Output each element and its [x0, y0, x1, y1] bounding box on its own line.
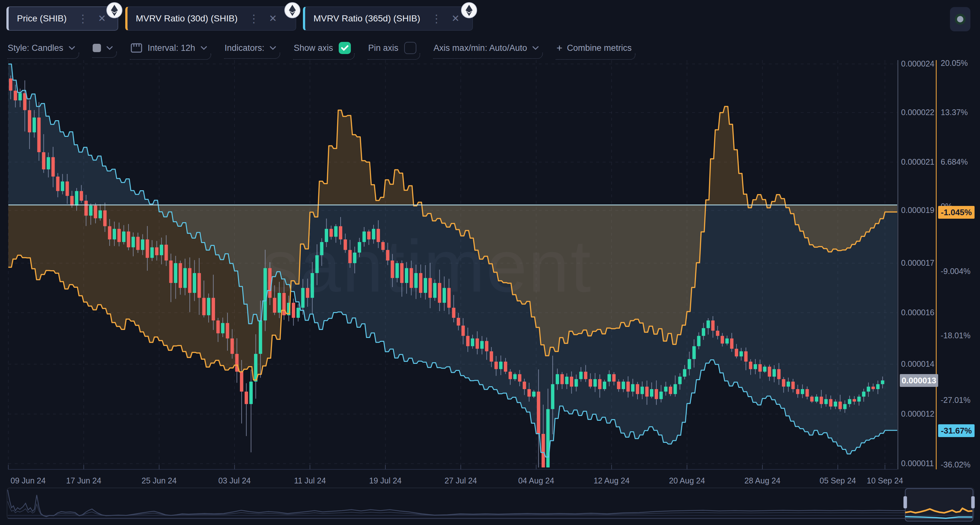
show-axis-label: Show axis — [294, 43, 333, 53]
chevron-down-icon — [532, 46, 539, 50]
style-dropdown[interactable]: Style: Candles — [8, 43, 75, 55]
app-status-button[interactable] — [950, 7, 970, 31]
mvrv-30d-value-badge: -1.045% — [938, 206, 975, 219]
minimap-range-selector[interactable] — [0, 487, 980, 525]
kebab-menu-icon[interactable]: ⋮ — [431, 13, 442, 24]
price-axis-labels: 0.0000240.0000220.0000210.0000190.000017… — [901, 59, 934, 468]
tab-price-shib[interactable]: Price (SHIB) ⋮ ✕ — [6, 6, 118, 31]
svg-text:0.000019: 0.000019 — [901, 206, 934, 215]
svg-text:09 Jun 24: 09 Jun 24 — [11, 476, 46, 485]
svg-text:-9.004%: -9.004% — [941, 266, 970, 276]
axis-maxmin-dropdown[interactable]: Axis max/min: Auto/Auto — [434, 43, 539, 55]
chevron-down-icon — [68, 46, 75, 50]
svg-text:11 Jul 24: 11 Jul 24 — [294, 476, 326, 485]
price-value-badge: 0.000013 — [900, 374, 938, 387]
tab-mvrv-365d-shib[interactable]: MVRV Ratio (365d) (SHIB) ⋮ ✕ — [303, 6, 473, 31]
svg-text:12 Aug 24: 12 Aug 24 — [594, 476, 630, 485]
svg-text:0.000024: 0.000024 — [901, 59, 934, 68]
close-icon[interactable]: ✕ — [98, 14, 106, 23]
svg-text:-31.67%: -31.67% — [941, 426, 972, 436]
svg-text:19 Jul 24: 19 Jul 24 — [369, 476, 402, 485]
pin-axis-checkbox[interactable] — [404, 42, 416, 54]
axis-maxmin-label: Axis max/min: Auto/Auto — [434, 43, 527, 53]
indicators-label: Indicators: — [224, 43, 264, 53]
ethereum-chain-icon — [106, 2, 123, 19]
svg-text:04 Aug 24: 04 Aug 24 — [518, 476, 554, 485]
minimap-handle-right[interactable] — [971, 496, 975, 508]
metric-tab-bar: Price (SHIB) ⋮ ✕ MVRV Ratio (30d) (SHIB)… — [0, 0, 980, 36]
style-label: Style: Candles — [8, 43, 63, 53]
tab-mvrv-30d-shib[interactable]: MVRV Ratio (30d) (SHIB) ⋮ ✕ — [125, 6, 296, 31]
svg-text:03 Jul 24: 03 Jul 24 — [218, 476, 251, 485]
minimap-handle-left[interactable] — [904, 496, 907, 508]
svg-text:0.000013: 0.000013 — [902, 376, 936, 385]
ethereum-chain-icon — [284, 2, 301, 19]
svg-text:25 Jun 24: 25 Jun 24 — [142, 476, 177, 485]
svg-text:0.000012: 0.000012 — [901, 409, 934, 418]
svg-text:0.000016: 0.000016 — [901, 308, 934, 317]
color-swatch-dropdown[interactable] — [93, 44, 113, 54]
svg-text:0.000021: 0.000021 — [901, 157, 934, 166]
svg-text:28 Aug 24: 28 Aug 24 — [745, 476, 781, 485]
svg-text:-18.01%: -18.01% — [941, 331, 970, 340]
combine-metrics-label: Combine metrics — [567, 43, 632, 53]
chart-toolbar: Style: Candles Interval: 12h Indicators:… — [8, 38, 649, 60]
indicators-dropdown[interactable]: Indicators: — [224, 43, 277, 55]
svg-text:13.37%: 13.37% — [941, 108, 968, 117]
show-axis-checkbox[interactable] — [339, 42, 351, 54]
svg-text:6.684%: 6.684% — [941, 157, 968, 166]
tab-label: MVRV Ratio (30d) (SHIB) — [136, 13, 237, 24]
close-icon[interactable]: ✕ — [452, 14, 460, 23]
mvrv-365d-value-badge: -31.67% — [938, 424, 975, 437]
tab-label: MVRV Ratio (365d) (SHIB) — [313, 13, 420, 24]
close-icon[interactable]: ✕ — [269, 14, 277, 23]
santiment-chart-app: santiment Price (SHIB) ⋮ ✕ MVRV Ratio (3… — [0, 0, 980, 525]
chevron-down-icon — [106, 46, 113, 50]
date-axis-labels: 09 Jun 2417 Jun 2425 Jun 2403 Jul 2411 J… — [11, 476, 903, 485]
kebab-menu-icon[interactable]: ⋮ — [78, 13, 89, 24]
percent-axis-labels: 20.05%13.37%6.684%0%-9.004%-18.01%-27.01… — [941, 59, 970, 469]
record-target-icon — [954, 13, 967, 26]
color-swatch — [93, 44, 101, 52]
kebab-menu-icon[interactable]: ⋮ — [248, 13, 259, 24]
interval-label: Interval: 12h — [148, 43, 195, 53]
svg-text:-36.02%: -36.02% — [941, 460, 970, 469]
check-icon — [341, 45, 348, 51]
pin-axis-label: Pin axis — [368, 43, 398, 53]
svg-text:17 Jun 24: 17 Jun 24 — [66, 476, 101, 485]
svg-text:-1.045%: -1.045% — [941, 207, 972, 217]
tab-label: Price (SHIB) — [17, 13, 67, 24]
interval-ruler-icon — [130, 42, 143, 54]
svg-text:0.000011: 0.000011 — [901, 459, 934, 468]
show-axis-toggle[interactable]: Show axis — [294, 42, 351, 56]
interval-dropdown[interactable]: Interval: 12h — [130, 42, 207, 56]
combine-metrics-button[interactable]: + Combine metrics — [556, 42, 632, 56]
chevron-down-icon — [269, 46, 277, 50]
svg-text:0.000014: 0.000014 — [901, 359, 934, 368]
ethereum-chain-icon — [461, 2, 477, 19]
svg-text:20 Aug 24: 20 Aug 24 — [669, 476, 705, 485]
svg-text:0.000017: 0.000017 — [901, 259, 934, 267]
svg-text:-27.01%: -27.01% — [941, 396, 970, 404]
svg-text:0.000022: 0.000022 — [901, 108, 934, 117]
svg-text:10 Sep 24: 10 Sep 24 — [867, 476, 903, 485]
pin-axis-toggle[interactable]: Pin axis — [368, 42, 416, 56]
svg-text:27 Jul 24: 27 Jul 24 — [444, 476, 477, 485]
plus-icon: + — [556, 42, 562, 54]
chevron-down-icon — [200, 46, 207, 50]
svg-text:20.05%: 20.05% — [941, 59, 968, 67]
svg-text:05 Sep 24: 05 Sep 24 — [819, 476, 856, 485]
main-chart-plot[interactable]: 0.0000240.0000220.0000210.0000190.000017… — [0, 0, 980, 487]
